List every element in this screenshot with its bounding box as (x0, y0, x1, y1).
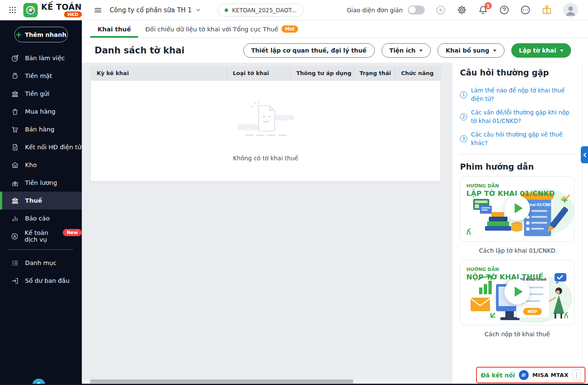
online-status-dot (225, 8, 228, 12)
faq-link-3[interactable]: 3 Các câu hỏi thường gặp về thuế khác? (460, 131, 574, 147)
app-launcher-grid-icon[interactable] (8, 6, 17, 14)
company-selector[interactable]: Công ty cổ phần sữa TH 1 (110, 6, 202, 14)
mtax-connection-status: Đã kết nối (481, 372, 515, 379)
notifications-bell-icon[interactable]: 1 (478, 5, 488, 15)
accounting-service-icon (11, 232, 19, 240)
supplement-declaration-dropdown-button[interactable]: Khai bổ sung (438, 43, 504, 58)
button-label: Lập tờ khai (519, 47, 556, 54)
mtax-brand-label: MISA MTAX (532, 372, 568, 378)
sidebar-item-label: Kho (25, 162, 37, 168)
empty-state: Không có tờ khai thuế (91, 100, 440, 162)
e-invoice-icon (11, 143, 19, 151)
tab-khai-thue[interactable]: Khai thuế (90, 20, 138, 38)
sidebar-item-so-du-ban-dau[interactable]: Số dư ban đầu (0, 272, 82, 290)
sidebar-item-tien-gui[interactable]: Tiền gửi (0, 85, 82, 103)
number-circle-icon: 2 (460, 113, 467, 120)
sidebar-item-label: Danh mục (25, 259, 56, 266)
simple-ui-toggle[interactable] (408, 6, 425, 14)
whats-new-guide-icon[interactable] (541, 5, 552, 16)
sidebar-item-kho[interactable]: Kho (0, 156, 82, 174)
warehouse-icon (11, 161, 19, 169)
horizontal-scrollbar-thumb[interactable] (90, 379, 353, 383)
sidebar-item-ke-toan-dich-vu[interactable]: Kế toán dịch vụ New (0, 227, 82, 245)
utilities-dropdown-button[interactable]: Tiện ích (382, 43, 431, 58)
setup-tax-agency-button[interactable]: Thiết lập cơ quan thuế, đại lý thuế (243, 43, 375, 58)
shopping-cart-icon (11, 126, 19, 134)
column-header[interactable]: Loại tờ khai (227, 67, 290, 80)
faq-title: Câu hỏi thường gặp (460, 68, 574, 77)
workspace-pill[interactable]: KETOAN_2025_DAOT... (217, 4, 304, 17)
mtax-more-options-icon[interactable] (572, 370, 581, 380)
page-toolbar: Danh sách tờ khai Thiết lập cơ quan thuế… (82, 38, 588, 63)
video-heading: NỘP TỜ KHAI THUẾ (466, 273, 543, 281)
settings-gear-icon[interactable] (457, 5, 467, 15)
sidebar-item-bao-cao[interactable]: Báo cáo (0, 209, 82, 227)
faq-link-1[interactable]: 1 Làm thế nào để nộp tờ khai thuế điện t… (460, 86, 574, 103)
hkd-badge: HKD (64, 11, 82, 17)
number-circle-icon: 3 (460, 135, 467, 142)
sidebar-item-mua-hang[interactable]: Mua hàng (0, 103, 82, 120)
sidebar-item-tien-mat[interactable]: Tiền mặt (0, 67, 82, 85)
quick-add-button[interactable]: + Thêm nhanh (14, 27, 68, 42)
workspace-name: KETOAN_2025_DAOT... (232, 7, 297, 14)
sidebar-item-label: Tiền mặt (25, 73, 52, 79)
chevron-down-icon (195, 7, 201, 13)
more-options-icon[interactable] (520, 5, 531, 15)
sidebar-item-ban-hang[interactable]: Bán hàng (0, 120, 82, 138)
mtax-connection-widget[interactable]: Đã kết nối MISA MTAX (476, 367, 585, 383)
video-eyebrow: HƯỚNG DẪN (466, 183, 499, 189)
sidebar-item-danh-muc[interactable]: Danh mục (0, 254, 82, 272)
column-header[interactable]: Trạng thái (354, 67, 395, 80)
chevron-left-icon (583, 153, 587, 157)
sidebar-item-label: Tiền lương (25, 179, 57, 186)
tax-tabs: Khai thuế Đối chiếu dữ liệu tờ khai với … (82, 20, 588, 38)
shopping-bag-icon (11, 108, 19, 116)
tab-doi-chieu[interactable]: Đối chiếu dữ liệu tờ khai với Tổng cục T… (138, 20, 305, 38)
company-name: Công ty cổ phần sữa TH 1 (110, 6, 192, 14)
button-label: Thiết lập cơ quan thuế, đại lý thuế (251, 47, 367, 54)
faq-link-2[interactable]: 2 Các vấn đề/lỗi thường gặp khi nộp tờ k… (460, 109, 574, 125)
report-bar-chart-icon (11, 215, 19, 223)
sidebar-item-thue[interactable]: Thuế (0, 192, 82, 209)
empty-document-icon (234, 100, 298, 142)
tax-icon (11, 197, 19, 205)
caret-down-icon (419, 50, 423, 52)
app-logo[interactable]: KẾ TOÁN HKD (23, 3, 82, 17)
quick-add-label: Thêm nhanh (25, 31, 67, 38)
faq-link-text: Các câu hỏi thường gặp về thuế khác? (471, 131, 574, 147)
play-button[interactable] (504, 195, 530, 221)
column-header[interactable]: Chức năng (395, 67, 440, 80)
collapse-panel-button[interactable] (581, 146, 588, 163)
user-avatar[interactable] (563, 3, 578, 17)
video-card-lap-to-khai[interactable]: HƯỚNG DẪN LẬP TỜ KHAI 01/CNKD (460, 176, 574, 242)
sidebar-item-ket-noi-hd-dien-tu[interactable]: Kết nối HĐ điện tử (0, 138, 82, 156)
video-eyebrow: HƯỚNG DẪN (466, 267, 499, 272)
sidebar-item-label: Thuế (25, 197, 42, 204)
panel-divider (460, 154, 574, 154)
menu-hamburger-icon[interactable] (94, 6, 102, 14)
opening-balance-icon (11, 277, 19, 285)
misa-logo-icon (23, 3, 38, 17)
sidebar-item-label: Báo cáo (25, 215, 50, 222)
tab-label: Đối chiếu dữ liệu tờ khai với Tổng cục T… (145, 26, 278, 33)
sidebar-item-tien-luong[interactable]: Tiền lương (0, 174, 82, 192)
sidebar-item-label: Kết nối HĐ điện tử (25, 144, 81, 151)
column-header[interactable]: Thông tư áp dụng (290, 67, 354, 80)
tab-label: Khai thuế (98, 26, 131, 33)
help-icon[interactable] (499, 5, 510, 15)
sidebar-item-ban-lam-viec[interactable]: Bàn làm việc (0, 49, 82, 67)
column-header[interactable]: Kỳ kê khai (91, 67, 227, 80)
sidebar-item-label: Kế toán dịch vụ (25, 229, 55, 243)
sidebar-item-label: Mua hàng (25, 108, 56, 115)
download-icon[interactable] (435, 5, 446, 15)
table-header-row: Kỳ kê khai Loại tờ khai Thông tư áp dụng… (91, 67, 440, 81)
caret-down-icon (493, 50, 496, 52)
app-window: KẾ TOÁN HKD Công ty cổ phần sữa TH 1 KET… (0, 0, 588, 385)
sidebar-item-label: Bán hàng (25, 126, 54, 133)
faq-link-text: Làm thế nào để nộp tờ khai thuế điện tử? (471, 86, 574, 103)
main-sidebar: + Thêm nhanh Bàn làm việc Tiền mặt (0, 20, 82, 385)
horizontal-scrollbar-track[interactable] (82, 379, 452, 383)
play-button[interactable] (504, 279, 530, 304)
video-card-nop-to-khai[interactable]: HƯỚNG DẪN NỘP TỜ KHAI THUẾ tờ (460, 260, 574, 325)
create-declaration-button[interactable]: Lập tờ khai (511, 43, 571, 58)
